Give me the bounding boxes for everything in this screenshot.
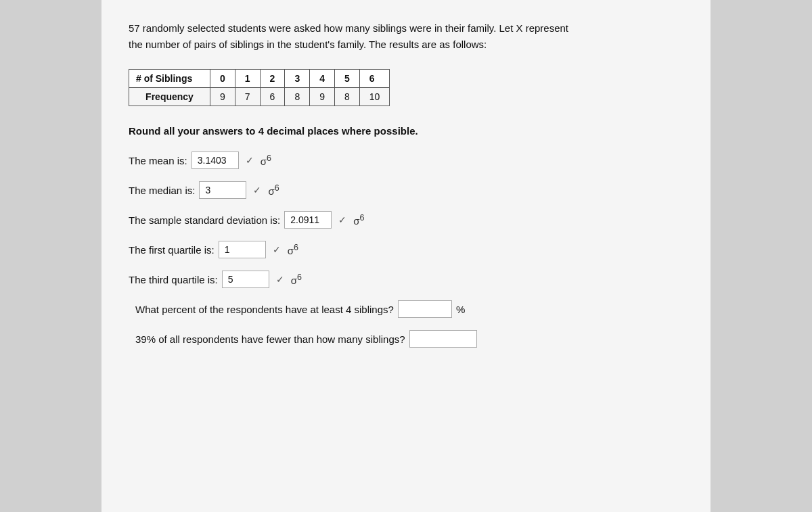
col-header-0: 0 bbox=[210, 70, 235, 88]
col-header-1: 1 bbox=[235, 70, 260, 88]
q3-row: The third quartile is: 5 ✓ σ6 bbox=[129, 271, 683, 288]
freq-0: 9 bbox=[210, 88, 235, 106]
percent-symbol: % bbox=[456, 304, 465, 315]
freq-1: 7 bbox=[235, 88, 260, 106]
mean-row: The mean is: 3.1403 ✓ σ6 bbox=[129, 152, 683, 169]
median-sigma-icon: σ6 bbox=[268, 183, 279, 197]
median-label: The median is: bbox=[129, 185, 195, 196]
q1-label: The first quartile is: bbox=[129, 244, 215, 256]
q1-row: The first quartile is: 1 ✓ σ6 bbox=[129, 241, 683, 258]
percent-label: What percent of the respondents have at … bbox=[135, 304, 394, 315]
siblings-table: # of Siblings 0 1 2 3 4 5 6 Frequency 9 … bbox=[129, 69, 390, 106]
last-question-label: 39% of all respondents have fewer than h… bbox=[135, 333, 405, 345]
median-value[interactable]: 3 bbox=[199, 181, 246, 199]
q1-check-icon: ✓ bbox=[273, 244, 281, 255]
q1-sigma-icon: σ6 bbox=[288, 243, 298, 256]
col-header-4: 4 bbox=[310, 70, 335, 88]
std-dev-row: The sample standard deviation is: 2.0911… bbox=[129, 211, 683, 229]
q3-sigma-icon: σ6 bbox=[291, 273, 302, 286]
last-question-input[interactable] bbox=[409, 330, 477, 348]
col-header-3: 3 bbox=[285, 70, 310, 88]
mean-label: The mean is: bbox=[129, 155, 187, 166]
median-row: The median is: 3 ✓ σ6 bbox=[129, 181, 683, 199]
percent-input[interactable] bbox=[398, 300, 452, 318]
row-label-frequency: Frequency bbox=[129, 88, 210, 106]
freq-4: 9 bbox=[310, 88, 335, 106]
intro-paragraph: 57 randomly selected students were asked… bbox=[129, 20, 683, 53]
intro-line2: the number of pairs of siblings in the s… bbox=[129, 39, 487, 50]
intro-line1: 57 randomly selected students were asked… bbox=[129, 22, 568, 34]
std-dev-value[interactable]: 2.0911 bbox=[284, 211, 332, 229]
q3-value[interactable]: 5 bbox=[222, 271, 269, 288]
std-dev-label: The sample standard deviation is: bbox=[129, 214, 280, 226]
main-page: 57 randomly selected students were asked… bbox=[102, 0, 710, 512]
last-question-row: 39% of all respondents have fewer than h… bbox=[129, 330, 683, 348]
q3-label: The third quartile is: bbox=[129, 274, 218, 285]
round-note: Round all your answers to 4 decimal plac… bbox=[129, 125, 683, 137]
median-check-icon: ✓ bbox=[253, 185, 261, 195]
q3-check-icon: ✓ bbox=[276, 274, 284, 285]
col-header-label: # of Siblings bbox=[129, 70, 210, 88]
col-header-6: 6 bbox=[359, 70, 390, 88]
mean-value[interactable]: 3.1403 bbox=[191, 152, 239, 169]
std-dev-sigma-icon: σ6 bbox=[353, 213, 364, 227]
q1-value[interactable]: 1 bbox=[219, 241, 266, 258]
freq-6: 10 bbox=[359, 88, 390, 106]
freq-2: 6 bbox=[260, 88, 285, 106]
col-header-2: 2 bbox=[260, 70, 285, 88]
mean-sigma-icon: σ6 bbox=[261, 154, 271, 167]
std-dev-check-icon: ✓ bbox=[338, 214, 346, 225]
col-header-5: 5 bbox=[334, 70, 359, 88]
freq-3: 8 bbox=[285, 88, 310, 106]
freq-5: 8 bbox=[334, 88, 359, 106]
percent-row: What percent of the respondents have at … bbox=[129, 300, 683, 318]
mean-check-icon: ✓ bbox=[246, 155, 254, 166]
